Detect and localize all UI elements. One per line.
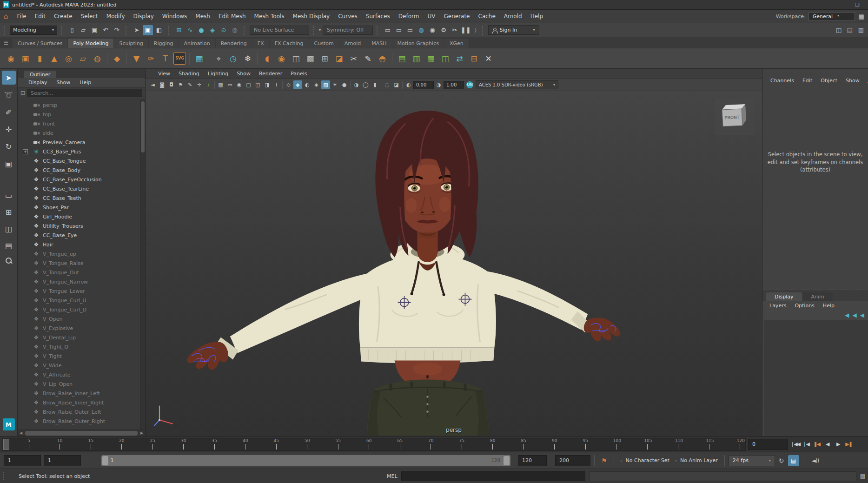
outliner-item-cc-base-tearline[interactable]: + ❖ CC_Base_TearLine — [18, 184, 145, 193]
menu-item[interactable]: UV — [423, 12, 439, 21]
poly-disc-icon[interactable]: ◍ — [91, 52, 104, 65]
snap-to-grid-icon[interactable]: ⊞ — [174, 25, 184, 35]
undo-icon[interactable]: ↶ — [100, 25, 111, 35]
fps-dropdown[interactable]: 24 fps ▾ — [729, 455, 775, 466]
render-frame-icon[interactable]: ▭ — [394, 25, 404, 35]
playhead[interactable] — [3, 439, 9, 450]
use-lights-icon[interactable]: ☀ — [331, 80, 339, 89]
outliner-item-v-wide[interactable]: + ❖ V_Wide — [18, 361, 145, 370]
ipr-render-icon[interactable]: ▭ — [405, 25, 415, 35]
playback-loop-icon[interactable]: ↻ — [779, 457, 784, 464]
boolean-icon[interactable]: ◪ — [333, 52, 345, 65]
scroll-left-icon[interactable]: ◀ — [18, 431, 24, 435]
pan-zoom-icon[interactable]: ✛ — [195, 80, 204, 89]
poly-cube-icon[interactable]: ▣ — [19, 52, 32, 65]
shelf-tab[interactable]: Custom — [309, 39, 339, 48]
viewport-menu-item[interactable]: Panels — [286, 70, 311, 78]
playback-start-field[interactable] — [44, 455, 81, 466]
outliner-item-cc-base-teeth[interactable]: + ❖ CC_Base_Teeth — [18, 193, 145, 203]
outliner-item-cc3-base-plus[interactable]: + ✳ CC3_Base_Plus — [18, 147, 145, 156]
rotate-tool[interactable]: ↻ — [2, 139, 16, 153]
separate-icon[interactable]: ◫ — [290, 52, 302, 65]
outliner-item-utililty-trousers[interactable]: + ❖ Utililty_Trousers — [18, 221, 145, 231]
step-forward-key-button[interactable]: ▶❚ — [844, 439, 853, 450]
mute-sound-icon[interactable]: ◄)) — [812, 457, 819, 464]
shelf-tab[interactable]: Sculpting — [114, 39, 148, 48]
menu-item[interactable]: Help — [526, 12, 547, 21]
camera-lock-icon[interactable]: ◙ — [158, 80, 166, 89]
outliner-item-brow-raise-inner-right[interactable]: + ❖ Brow_Raise_Inner_Right — [18, 398, 145, 407]
image-plane-icon[interactable]: ⚑ — [176, 80, 185, 89]
symmetry-toggle-icon[interactable]: ⇄ — [453, 52, 466, 65]
outliner-item-shoes-par[interactable]: + ❖ Shoes_Par — [18, 203, 145, 212]
channel-box-menu-item[interactable]: Show — [841, 77, 864, 85]
attribute-editor-toggle-icon[interactable]: ▤ — [845, 25, 855, 35]
select-tool[interactable]: ➤ — [2, 71, 16, 85]
menu-item[interactable]: Mesh Display — [289, 12, 334, 21]
safe-action-icon[interactable]: ◨ — [263, 80, 272, 89]
gamma-icon[interactable]: ◑ — [434, 80, 443, 89]
render-setup-icon[interactable]: ⚙ — [438, 25, 449, 35]
exposure-field[interactable] — [413, 81, 434, 89]
channel-box-menu-item[interactable]: Object — [816, 77, 841, 85]
grid-toggle-icon[interactable]: ▦ — [216, 80, 225, 89]
shelf-menu-icon[interactable]: ☰ — [4, 40, 8, 46]
outliner-item-top[interactable]: + top — [18, 110, 145, 119]
subdivide-icon[interactable]: ⊞ — [318, 52, 331, 65]
render-globe-icon[interactable]: ◍ — [416, 25, 426, 35]
outliner-item-v-tongue-narrow[interactable]: + ❖ V_Tongue_Narrow — [18, 277, 145, 286]
animation-end-field[interactable] — [555, 455, 590, 466]
outliner-item-brow-raise-outer-left[interactable]: + ❖ Brow_Raise_Outer_Left — [18, 407, 145, 417]
outliner-item-v-tight[interactable]: + ❖ V_Tight — [18, 351, 145, 361]
move-tool[interactable]: ✛ — [2, 122, 16, 136]
layout-outliner-persp-button[interactable]: ▤ — [2, 238, 16, 252]
mirror-icon[interactable]: ◖ — [261, 52, 273, 65]
uv-auto-icon[interactable]: ▥ — [410, 52, 423, 65]
layout-single-pane-button[interactable]: ▭ — [2, 188, 16, 202]
menu-item[interactable]: Windows — [158, 12, 192, 21]
viewport-menu-item[interactable]: Renderer — [255, 70, 286, 78]
wireframe-icon[interactable]: ◇ — [284, 80, 293, 89]
menu-item[interactable]: Select — [77, 12, 102, 21]
shelf-tab[interactable]: MASH — [366, 39, 391, 48]
modeling-toolkit-icon[interactable]: ▦ — [193, 52, 205, 65]
save-scene-icon[interactable]: ▣ — [89, 25, 99, 35]
redo-icon[interactable]: ↷ — [112, 25, 122, 35]
menu-item[interactable]: File — [13, 12, 31, 21]
character-model[interactable] — [187, 111, 620, 436]
outliner-tab[interactable]: Outliner — [24, 71, 56, 78]
snap-to-projected-center-icon[interactable]: ◈ — [207, 25, 218, 35]
viewport-menu-item[interactable]: Show — [232, 70, 255, 78]
menu-item[interactable]: Display — [129, 12, 158, 21]
shelf-tab[interactable]: Motion Graphics — [392, 39, 444, 48]
filter-icon[interactable]: ⊡ — [20, 90, 25, 96]
viewport-canvas[interactable]: FRONT persp — [146, 91, 762, 436]
textured-icon[interactable]: ▨ — [321, 80, 330, 89]
workspace-settings-icon[interactable]: ▦ — [859, 13, 864, 20]
outliner-item-brow-raise-outer-right[interactable]: + ❖ Brow_Raise_Outer_Right — [18, 417, 145, 426]
render-view-icon[interactable]: ◉ — [427, 25, 437, 35]
layer-list-empty[interactable] — [762, 320, 868, 436]
outliner-item-v-affricate[interactable]: + ❖ V_Affricate — [18, 370, 145, 379]
poly-plane-icon[interactable]: ▱ — [77, 52, 89, 65]
outliner-menu-item[interactable]: Display — [24, 79, 52, 86]
isolate-select-icon[interactable]: ◌ — [383, 80, 391, 89]
outliner-item-v-lip-open[interactable]: + ❖ V_Lip_Open — [18, 379, 145, 389]
group-grip[interactable] — [61, 26, 63, 35]
resolution-gate-icon[interactable]: ◉ — [235, 80, 244, 89]
poly-sphere-icon[interactable]: ◉ — [5, 52, 17, 65]
layer-editor-menu-item[interactable]: Options — [790, 302, 818, 310]
outliner-item-v-tongue-lower[interactable]: + ❖ V_Tongue_Lower — [18, 286, 145, 296]
outliner-item-v-tongue-up[interactable]: + ❖ V_Tongue_up — [18, 249, 145, 258]
mel-source-toggle[interactable]: MEL — [387, 473, 398, 479]
exposure-icon[interactable]: ◐ — [404, 80, 413, 89]
freeze-transform-icon[interactable]: ❄ — [241, 52, 254, 65]
outliner-item-v-tongue-curl-d[interactable]: + ❖ V_Tongue_Curl_D — [18, 305, 145, 314]
add-new-layer-icon[interactable]: ◀ — [860, 312, 864, 318]
annotate-icon[interactable]: ✎ — [186, 80, 194, 89]
outliner-item-v-tight-o[interactable]: + ❖ V_Tight_O — [18, 342, 145, 351]
zoom-layout-button[interactable] — [2, 253, 16, 267]
time-slider-track[interactable]: 5101520253035404550556065707580859095100… — [2, 438, 746, 451]
svg-tool-icon[interactable]: SVG — [173, 52, 186, 65]
menu-item[interactable]: Generate — [439, 12, 474, 21]
